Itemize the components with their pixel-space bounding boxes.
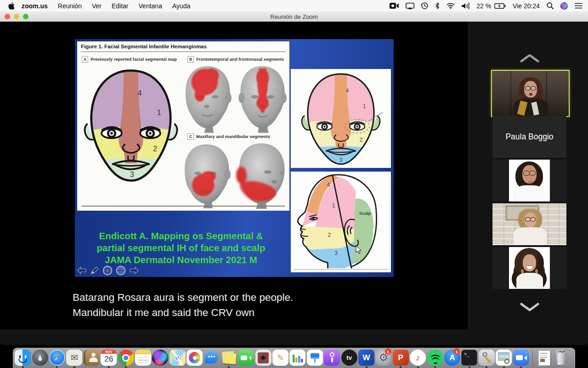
notification-badge: 1 (385, 348, 391, 355)
profile-face-card: 4 1 2 3 Scalp (291, 172, 391, 272)
dock-safari-icon[interactable] (49, 348, 66, 368)
dock-mail-icon[interactable]: ✉ (66, 348, 83, 368)
dock-divider (530, 348, 535, 368)
dock-photos-icon[interactable] (186, 348, 203, 368)
dock-facetime-icon[interactable] (237, 348, 254, 368)
dock-apple-tv-icon[interactable]: tv (340, 348, 357, 368)
dock-stickies-icon[interactable] (220, 348, 237, 368)
more-options-button[interactable] (116, 265, 126, 276)
panel-b-label: BFrontotemporal and frontonasal segments (187, 56, 284, 63)
colored-face-card: 4 1 2 3 (291, 69, 391, 168)
scroll-participants-down-button[interactable] (519, 302, 540, 312)
running-indicator (400, 366, 401, 368)
close-window-button[interactable] (5, 14, 10, 19)
bluetooth-icon[interactable] (435, 2, 440, 9)
svg-text:4: 4 (345, 87, 349, 94)
dock-spotify-icon[interactable] (426, 348, 443, 368)
dock-calendar-icon[interactable]: NOV26 (100, 348, 117, 368)
dock-launchpad-icon[interactable] (31, 348, 48, 368)
menu-ventana[interactable]: Ventana (134, 0, 167, 12)
frontonasal-head-render (236, 64, 288, 133)
running-indicator (520, 366, 522, 368)
mandibular-head-render (234, 142, 288, 209)
dock-photo-booth-icon[interactable] (254, 348, 271, 368)
fullscreen-window-button[interactable] (23, 14, 28, 19)
live-captions: Batarang Rosara aura is segment or the p… (73, 290, 293, 320)
pen-tool-button[interactable] (90, 266, 99, 275)
dock-finder-icon[interactable] (14, 348, 31, 368)
svg-text:1: 1 (157, 109, 161, 116)
shared-screen-area: Figure 1. Facial Segmental Infantile Hem… (0, 22, 468, 329)
dock-messages-icon[interactable]: ••• (203, 348, 220, 368)
participant-photo-tile-2[interactable] (492, 247, 566, 289)
dock: ✉NOV26•••✎tvW⚙1P♪A1>_ (13, 348, 575, 368)
dock-pages-icon[interactable]: ✎ (272, 348, 289, 368)
dock-preview-icon[interactable] (495, 348, 512, 368)
svg-text:2: 2 (360, 137, 363, 143)
menu-bar: zoom.us Reunión Ver Editar Ventana Ayuda… (0, 0, 588, 12)
dock-numbers-icon[interactable] (289, 348, 306, 368)
panel-a-key: A (82, 56, 88, 63)
dock-downloads-icon[interactable] (535, 348, 552, 368)
dock-notes-icon[interactable] (135, 348, 152, 368)
svg-text:4: 4 (138, 89, 142, 97)
dock-music-icon[interactable]: ♪ (409, 348, 426, 368)
zoom-camera-icon[interactable] (390, 3, 399, 9)
dock-contacts-icon[interactable] (83, 348, 100, 368)
dock-system-preferences-icon[interactable]: ⚙1 (375, 348, 392, 368)
panel-c-label: CMaxillary and mandibular segments (187, 133, 270, 140)
svg-text:1: 1 (363, 103, 366, 109)
svg-text:2: 2 (328, 232, 331, 238)
menu-ver[interactable]: Ver (87, 0, 107, 12)
dock-chrome-icon[interactable] (117, 348, 134, 368)
scroll-participants-up-button[interactable] (519, 53, 540, 63)
previous-slide-button[interactable] (77, 266, 87, 275)
active-speaker-video[interactable] (491, 70, 570, 117)
battery-percent: 22 % (476, 2, 491, 10)
colored-segment-face-diagram: 4 1 2 3 (293, 71, 389, 167)
menu-ayuda[interactable]: Ayuda (167, 0, 195, 12)
window-title-bar[interactable]: Reunión de Zoom (0, 12, 588, 22)
dock-terminal-icon[interactable]: >_ (461, 348, 478, 368)
slide-panel-button[interactable] (102, 265, 113, 276)
panel-a-label: APreviously reported facial segmental ma… (82, 56, 177, 63)
menu-reunion[interactable]: Reunión (53, 0, 87, 12)
dock-zoom-icon[interactable] (512, 348, 529, 368)
display-mirroring-icon[interactable] (406, 3, 414, 9)
menu-zoom-us[interactable]: zoom.us (17, 0, 53, 12)
participant-video-tile[interactable] (492, 203, 566, 245)
minimize-window-button[interactable] (14, 14, 19, 19)
spotlight-search-icon[interactable] (547, 2, 554, 9)
notification-center-icon[interactable] (575, 3, 582, 9)
segmental-map-face-diagram: 4 1 2 3 (83, 65, 179, 186)
running-indicator (56, 366, 58, 368)
menu-clock[interactable]: Vie 20:24 (513, 2, 540, 10)
dock-keychain-access-icon[interactable] (478, 348, 495, 368)
screen: { "menu_bar": { "app_menus": ["zoom.us",… (0, 0, 588, 368)
participant-name-tile[interactable]: Paula Boggio (492, 116, 566, 158)
right-eye (140, 127, 160, 138)
svg-text:1: 1 (332, 202, 335, 209)
svg-text:3: 3 (130, 171, 134, 178)
apple-menu-icon[interactable] (6, 2, 17, 10)
participant-photo-tile-1[interactable] (492, 160, 566, 201)
dock-siri-icon[interactable] (152, 348, 169, 368)
dock-powerpoint-icon[interactable]: P (392, 348, 409, 368)
time-machine-icon[interactable] (421, 2, 428, 9)
volume-icon[interactable] (462, 3, 469, 9)
dock-trash-icon[interactable] (552, 348, 569, 368)
zoom-meeting-window: Figure 1. Facial Segmental Infantile Hem… (0, 22, 588, 345)
dock-word-icon[interactable]: W (358, 348, 375, 368)
next-slide-button[interactable] (129, 266, 139, 275)
profile-segment-face-diagram: 4 1 2 3 Scalp (292, 172, 390, 269)
siri-icon[interactable] (560, 2, 568, 10)
running-indicator (434, 366, 436, 368)
battery-charging-icon (494, 3, 506, 9)
menu-editar[interactable]: Editar (107, 0, 134, 12)
running-indicator (125, 366, 127, 368)
dock-maps-icon[interactable] (169, 348, 186, 368)
dock-podcasts-icon[interactable] (323, 348, 340, 368)
dock-app-store-icon[interactable]: A1 (444, 348, 461, 368)
dock-keynote-icon[interactable] (306, 348, 323, 368)
wifi-icon[interactable] (447, 3, 455, 9)
